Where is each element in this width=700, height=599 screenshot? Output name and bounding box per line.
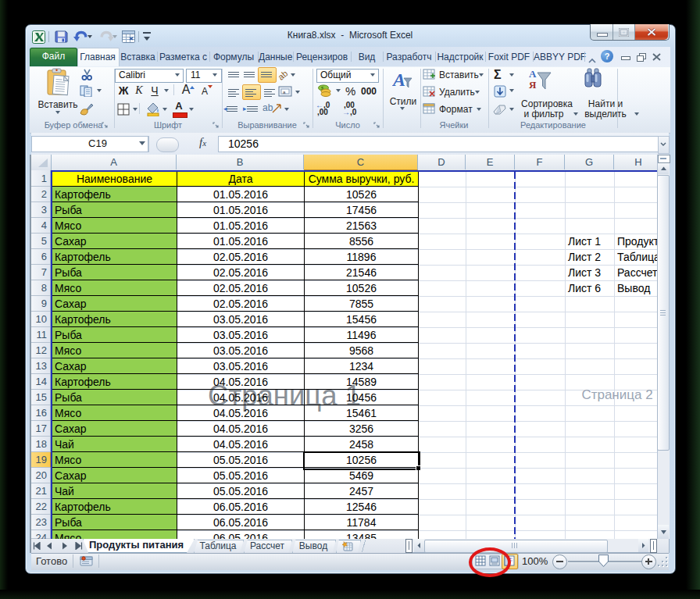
svg-text:А: А bbox=[529, 68, 537, 80]
svg-text:A: A bbox=[392, 70, 405, 90]
svg-text:Я: Я bbox=[529, 79, 537, 91]
